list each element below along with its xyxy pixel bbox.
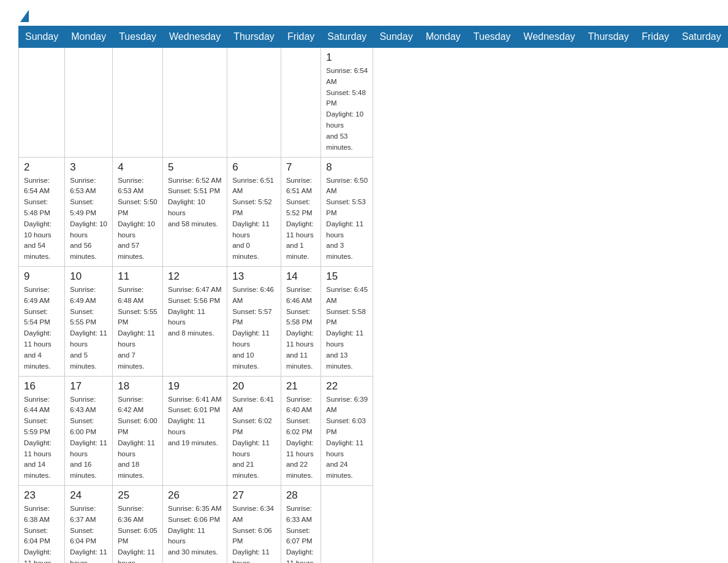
calendar-cell: 14Sunrise: 6:46 AMSunset: 5:58 PMDayligh… (281, 267, 320, 377)
day-number: 28 (286, 489, 316, 502)
day-number: 26 (168, 489, 222, 502)
header-day-friday: Friday (635, 26, 675, 48)
calendar-cell (162, 48, 227, 158)
calendar-cell: 3Sunrise: 6:53 AMSunset: 5:49 PMDaylight… (65, 157, 113, 267)
day-number: 27 (232, 489, 276, 502)
calendar-cell: 11Sunrise: 6:48 AMSunset: 5:55 PMDayligh… (113, 267, 163, 377)
day-number: 20 (232, 380, 276, 393)
header-day-thursday: Thursday (582, 26, 635, 48)
calendar-cell: 2Sunrise: 6:54 AMSunset: 5:48 PMDaylight… (19, 157, 65, 267)
day-info: Sunrise: 6:48 AMSunset: 5:55 PMDaylight:… (118, 285, 157, 372)
day-number: 15 (326, 270, 368, 283)
header-tuesday: Tuesday (113, 26, 163, 48)
day-number: 18 (118, 380, 157, 393)
day-info: Sunrise: 6:42 AMSunset: 6:00 PMDaylight:… (118, 394, 157, 482)
day-info: Sunrise: 6:53 AMSunset: 5:49 PMDaylight:… (70, 175, 107, 263)
day-info: Sunrise: 6:54 AMSunset: 5:48 PMDaylight:… (326, 66, 368, 153)
calendar-cell: 26Sunrise: 6:35 AMSunset: 6:06 PMDayligh… (162, 486, 227, 564)
calendar-cell: 19Sunrise: 6:41 AMSunset: 6:01 PMDayligh… (162, 376, 227, 486)
calendar-cell: 6Sunrise: 6:51 AMSunset: 5:52 PMDaylight… (227, 157, 281, 267)
day-info: Sunrise: 6:49 AMSunset: 5:54 PMDaylight:… (24, 285, 59, 372)
day-number: 21 (286, 380, 316, 393)
calendar-cell: 12Sunrise: 6:47 AMSunset: 5:56 PMDayligh… (162, 267, 227, 377)
calendar-week-2: 2Sunrise: 6:54 AMSunset: 5:48 PMDaylight… (19, 157, 728, 267)
calendar-week-5: 23Sunrise: 6:38 AMSunset: 6:04 PMDayligh… (19, 486, 728, 564)
day-info: Sunrise: 6:33 AMSunset: 6:07 PMDaylight:… (286, 504, 316, 563)
calendar-cell: 21Sunrise: 6:40 AMSunset: 6:02 PMDayligh… (281, 376, 320, 486)
day-info: Sunrise: 6:46 AMSunset: 5:57 PMDaylight:… (232, 285, 276, 372)
day-info: Sunrise: 6:41 AMSunset: 6:02 PMDaylight:… (232, 394, 276, 482)
day-info: Sunrise: 6:51 AMSunset: 5:52 PMDaylight:… (232, 175, 276, 263)
header-monday: Monday (65, 26, 113, 48)
day-info: Sunrise: 6:47 AMSunset: 5:56 PMDaylight:… (168, 285, 222, 339)
day-info: Sunrise: 6:44 AMSunset: 5:59 PMDaylight:… (24, 394, 59, 482)
calendar-cell: 5Sunrise: 6:52 AMSunset: 5:51 PMDaylight… (162, 157, 227, 267)
calendar-week-1: 1Sunrise: 6:54 AMSunset: 5:48 PMDaylight… (19, 48, 728, 158)
day-number: 13 (232, 270, 276, 283)
calendar-cell (227, 48, 281, 158)
day-info: Sunrise: 6:43 AMSunset: 6:00 PMDaylight:… (70, 394, 107, 482)
header-day-wednesday: Wednesday (517, 26, 582, 48)
day-number: 8 (326, 161, 368, 174)
calendar-cell (321, 486, 373, 564)
calendar-cell (65, 48, 113, 158)
day-number: 2 (24, 161, 59, 174)
calendar-cell (19, 48, 65, 158)
calendar-cell: 10Sunrise: 6:49 AMSunset: 5:55 PMDayligh… (65, 267, 113, 377)
calendar-week-4: 16Sunrise: 6:44 AMSunset: 5:59 PMDayligh… (19, 376, 728, 486)
calendar-table: SundayMondayTuesdayWednesdayThursdayFrid… (18, 26, 728, 563)
day-number: 11 (118, 270, 157, 283)
day-info: Sunrise: 6:52 AMSunset: 5:51 PMDaylight:… (168, 175, 222, 230)
day-info: Sunrise: 6:39 AMSunset: 6:03 PMDaylight:… (326, 394, 368, 482)
day-number: 7 (286, 161, 316, 174)
calendar-cell: 22Sunrise: 6:39 AMSunset: 6:03 PMDayligh… (321, 376, 373, 486)
calendar-cell (113, 48, 163, 158)
header-friday: Friday (281, 26, 320, 48)
day-info: Sunrise: 6:50 AMSunset: 5:53 PMDaylight:… (326, 175, 368, 263)
day-number: 22 (326, 380, 368, 393)
day-number: 14 (286, 270, 316, 283)
calendar-cell: 18Sunrise: 6:42 AMSunset: 6:00 PMDayligh… (113, 376, 163, 486)
calendar-cell: 13Sunrise: 6:46 AMSunset: 5:57 PMDayligh… (227, 267, 281, 377)
calendar-cell: 1Sunrise: 6:54 AMSunset: 5:48 PMDaylight… (321, 48, 373, 158)
header-thursday: Thursday (227, 26, 281, 48)
day-info: Sunrise: 6:36 AMSunset: 6:05 PMDaylight:… (118, 504, 157, 563)
calendar-cell (281, 48, 320, 158)
day-number: 25 (118, 489, 157, 502)
day-number: 17 (70, 380, 107, 393)
header-saturday: Saturday (321, 26, 373, 48)
calendar-cell: 4Sunrise: 6:53 AMSunset: 5:50 PMDaylight… (113, 157, 163, 267)
calendar-cell: 23Sunrise: 6:38 AMSunset: 6:04 PMDayligh… (19, 486, 65, 564)
header-sunday: Sunday (19, 26, 65, 48)
calendar-cell: 9Sunrise: 6:49 AMSunset: 5:54 PMDaylight… (19, 267, 65, 377)
calendar-cell: 8Sunrise: 6:50 AMSunset: 5:53 PMDaylight… (321, 157, 373, 267)
calendar-cell: 20Sunrise: 6:41 AMSunset: 6:02 PMDayligh… (227, 376, 281, 486)
calendar-cell: 15Sunrise: 6:45 AMSunset: 5:58 PMDayligh… (321, 267, 373, 377)
day-info: Sunrise: 6:49 AMSunset: 5:55 PMDaylight:… (70, 285, 107, 372)
day-number: 19 (168, 380, 222, 393)
header-day-monday: Monday (419, 26, 467, 48)
day-number: 6 (232, 161, 276, 174)
day-number: 5 (168, 161, 222, 174)
day-info: Sunrise: 6:53 AMSunset: 5:50 PMDaylight:… (118, 175, 157, 263)
day-number: 16 (24, 380, 59, 393)
day-info: Sunrise: 6:38 AMSunset: 6:04 PMDaylight:… (24, 504, 59, 563)
day-number: 23 (24, 489, 59, 502)
day-info: Sunrise: 6:37 AMSunset: 6:04 PMDaylight:… (70, 504, 107, 563)
day-number: 10 (70, 270, 107, 283)
calendar-cell: 17Sunrise: 6:43 AMSunset: 6:00 PMDayligh… (65, 376, 113, 486)
day-info: Sunrise: 6:51 AMSunset: 5:52 PMDaylight:… (286, 175, 316, 263)
day-number: 12 (168, 270, 222, 283)
day-info: Sunrise: 6:40 AMSunset: 6:02 PMDaylight:… (286, 394, 316, 482)
day-info: Sunrise: 6:34 AMSunset: 6:06 PMDaylight:… (232, 504, 276, 563)
calendar-cell: 7Sunrise: 6:51 AMSunset: 5:52 PMDaylight… (281, 157, 320, 267)
calendar-cell: 28Sunrise: 6:33 AMSunset: 6:07 PMDayligh… (281, 486, 320, 564)
logo (18, 12, 29, 20)
day-number: 3 (70, 161, 107, 174)
day-number: 4 (118, 161, 157, 174)
day-info: Sunrise: 6:45 AMSunset: 5:58 PMDaylight:… (326, 285, 368, 372)
day-number: 9 (24, 270, 59, 283)
day-number: 24 (70, 489, 107, 502)
header-day-saturday: Saturday (675, 26, 727, 48)
page-header (18, 12, 710, 20)
